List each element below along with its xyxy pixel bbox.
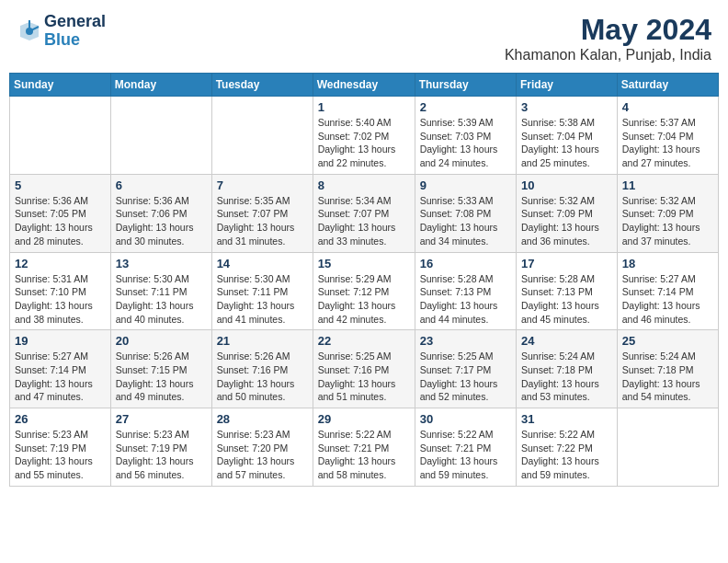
calendar-cell: 29Sunrise: 5:22 AM Sunset: 7:21 PM Dayli… bbox=[313, 408, 415, 487]
calendar-cell: 26Sunrise: 5:23 AM Sunset: 7:19 PM Dayli… bbox=[10, 408, 111, 487]
day-number: 3 bbox=[521, 100, 612, 114]
day-info: Sunrise: 5:24 AM Sunset: 7:18 PM Dayligh… bbox=[521, 350, 612, 404]
calendar-cell: 11Sunrise: 5:32 AM Sunset: 7:09 PM Dayli… bbox=[617, 174, 718, 252]
day-number: 8 bbox=[318, 178, 410, 192]
day-number: 21 bbox=[217, 334, 308, 348]
day-number: 12 bbox=[15, 257, 106, 270]
day-number: 15 bbox=[318, 257, 410, 270]
day-number: 29 bbox=[318, 412, 410, 426]
calendar-cell: 19Sunrise: 5:27 AM Sunset: 7:14 PM Dayli… bbox=[10, 330, 111, 408]
logo-line1: General bbox=[44, 13, 106, 31]
calendar-cell: 22Sunrise: 5:25 AM Sunset: 7:16 PM Dayli… bbox=[313, 330, 415, 408]
day-info: Sunrise: 5:23 AM Sunset: 7:19 PM Dayligh… bbox=[116, 428, 207, 482]
day-info: Sunrise: 5:25 AM Sunset: 7:16 PM Dayligh… bbox=[318, 350, 410, 404]
day-info: Sunrise: 5:27 AM Sunset: 7:14 PM Dayligh… bbox=[15, 350, 106, 404]
week-row-2: 12Sunrise: 5:31 AM Sunset: 7:10 PM Dayli… bbox=[10, 252, 719, 330]
header-day-monday: Monday bbox=[110, 74, 211, 97]
week-row-1: 5Sunrise: 5:36 AM Sunset: 7:05 PM Daylig… bbox=[10, 174, 719, 252]
title-section: May 2024 Khamanon Kalan, Punjab, India bbox=[505, 13, 711, 63]
day-info: Sunrise: 5:36 AM Sunset: 7:06 PM Dayligh… bbox=[116, 194, 207, 248]
calendar-cell: 2Sunrise: 5:39 AM Sunset: 7:03 PM Daylig… bbox=[415, 97, 516, 175]
calendar-cell: 4Sunrise: 5:37 AM Sunset: 7:04 PM Daylig… bbox=[617, 97, 718, 175]
day-number: 26 bbox=[15, 412, 106, 426]
day-info: Sunrise: 5:23 AM Sunset: 7:19 PM Dayligh… bbox=[15, 428, 106, 482]
day-number: 30 bbox=[420, 412, 511, 426]
day-info: Sunrise: 5:22 AM Sunset: 7:21 PM Dayligh… bbox=[318, 428, 410, 482]
calendar-cell bbox=[617, 408, 718, 487]
calendar-cell bbox=[10, 97, 111, 175]
calendar-cell: 30Sunrise: 5:22 AM Sunset: 7:21 PM Dayli… bbox=[415, 408, 516, 487]
day-info: Sunrise: 5:30 AM Sunset: 7:11 PM Dayligh… bbox=[116, 272, 207, 327]
day-info: Sunrise: 5:28 AM Sunset: 7:13 PM Dayligh… bbox=[521, 272, 612, 327]
day-number: 19 bbox=[15, 334, 106, 348]
day-info: Sunrise: 5:37 AM Sunset: 7:04 PM Dayligh… bbox=[622, 116, 713, 170]
day-number: 28 bbox=[217, 412, 308, 426]
calendar-cell: 16Sunrise: 5:28 AM Sunset: 7:13 PM Dayli… bbox=[415, 252, 516, 330]
day-number: 25 bbox=[622, 334, 713, 348]
header-row: SundayMondayTuesdayWednesdayThursdayFrid… bbox=[10, 74, 719, 97]
day-number: 24 bbox=[521, 334, 612, 348]
day-number: 18 bbox=[622, 257, 713, 270]
calendar-cell: 8Sunrise: 5:34 AM Sunset: 7:07 PM Daylig… bbox=[313, 174, 415, 252]
week-row-3: 19Sunrise: 5:27 AM Sunset: 7:14 PM Dayli… bbox=[10, 330, 719, 408]
calendar-cell: 15Sunrise: 5:29 AM Sunset: 7:12 PM Dayli… bbox=[313, 252, 415, 330]
calendar-cell: 6Sunrise: 5:36 AM Sunset: 7:06 PM Daylig… bbox=[110, 174, 211, 252]
calendar-body: 1Sunrise: 5:40 AM Sunset: 7:02 PM Daylig… bbox=[10, 97, 719, 487]
day-info: Sunrise: 5:29 AM Sunset: 7:12 PM Dayligh… bbox=[318, 272, 410, 327]
day-info: Sunrise: 5:28 AM Sunset: 7:13 PM Dayligh… bbox=[420, 272, 511, 327]
day-number: 10 bbox=[521, 178, 612, 192]
day-info: Sunrise: 5:26 AM Sunset: 7:15 PM Dayligh… bbox=[116, 350, 207, 404]
calendar-cell: 24Sunrise: 5:24 AM Sunset: 7:18 PM Dayli… bbox=[517, 330, 618, 408]
header-day-tuesday: Tuesday bbox=[211, 74, 313, 97]
day-number: 2 bbox=[420, 100, 511, 114]
calendar-cell: 31Sunrise: 5:22 AM Sunset: 7:22 PM Dayli… bbox=[517, 408, 618, 487]
calendar-cell: 14Sunrise: 5:30 AM Sunset: 7:11 PM Dayli… bbox=[211, 252, 313, 330]
day-number: 1 bbox=[318, 100, 410, 114]
day-info: Sunrise: 5:23 AM Sunset: 7:20 PM Dayligh… bbox=[217, 428, 308, 482]
day-number: 4 bbox=[622, 100, 713, 114]
calendar-cell: 12Sunrise: 5:31 AM Sunset: 7:10 PM Dayli… bbox=[10, 252, 111, 330]
day-number: 9 bbox=[420, 178, 511, 192]
day-number: 13 bbox=[116, 257, 207, 270]
calendar-cell: 9Sunrise: 5:33 AM Sunset: 7:08 PM Daylig… bbox=[415, 174, 516, 252]
day-info: Sunrise: 5:36 AM Sunset: 7:05 PM Dayligh… bbox=[15, 194, 106, 248]
header-day-wednesday: Wednesday bbox=[313, 74, 415, 97]
svg-point-1 bbox=[26, 28, 33, 35]
week-row-4: 26Sunrise: 5:23 AM Sunset: 7:19 PM Dayli… bbox=[10, 408, 719, 487]
day-number: 27 bbox=[116, 412, 207, 426]
day-number: 20 bbox=[116, 334, 207, 348]
day-info: Sunrise: 5:25 AM Sunset: 7:17 PM Dayligh… bbox=[420, 350, 511, 404]
calendar-cell: 18Sunrise: 5:27 AM Sunset: 7:14 PM Dayli… bbox=[617, 252, 718, 330]
day-info: Sunrise: 5:30 AM Sunset: 7:11 PM Dayligh… bbox=[217, 272, 308, 327]
calendar-cell: 27Sunrise: 5:23 AM Sunset: 7:19 PM Dayli… bbox=[110, 408, 211, 487]
calendar-cell: 5Sunrise: 5:36 AM Sunset: 7:05 PM Daylig… bbox=[10, 174, 111, 252]
calendar-cell: 1Sunrise: 5:40 AM Sunset: 7:02 PM Daylig… bbox=[313, 97, 415, 175]
day-number: 16 bbox=[420, 257, 511, 270]
day-info: Sunrise: 5:32 AM Sunset: 7:09 PM Dayligh… bbox=[622, 194, 713, 248]
day-info: Sunrise: 5:39 AM Sunset: 7:03 PM Dayligh… bbox=[420, 116, 511, 170]
calendar-cell: 3Sunrise: 5:38 AM Sunset: 7:04 PM Daylig… bbox=[517, 97, 618, 175]
page-header: General Blue May 2024 Khamanon Kalan, Pu… bbox=[9, 9, 719, 67]
day-info: Sunrise: 5:33 AM Sunset: 7:08 PM Dayligh… bbox=[420, 194, 511, 248]
logo: General Blue bbox=[17, 13, 106, 50]
logo-text: General Blue bbox=[44, 13, 106, 50]
day-number: 31 bbox=[521, 412, 612, 426]
logo-line2: Blue bbox=[44, 31, 106, 50]
calendar-cell: 13Sunrise: 5:30 AM Sunset: 7:11 PM Dayli… bbox=[110, 252, 211, 330]
day-number: 14 bbox=[217, 257, 308, 270]
day-info: Sunrise: 5:32 AM Sunset: 7:09 PM Dayligh… bbox=[521, 194, 612, 248]
calendar-cell: 25Sunrise: 5:24 AM Sunset: 7:18 PM Dayli… bbox=[617, 330, 718, 408]
day-info: Sunrise: 5:27 AM Sunset: 7:14 PM Dayligh… bbox=[622, 272, 713, 327]
week-row-0: 1Sunrise: 5:40 AM Sunset: 7:02 PM Daylig… bbox=[10, 97, 719, 175]
calendar-cell: 7Sunrise: 5:35 AM Sunset: 7:07 PM Daylig… bbox=[211, 174, 313, 252]
header-day-sunday: Sunday bbox=[10, 74, 111, 97]
calendar-cell bbox=[110, 97, 211, 175]
header-day-thursday: Thursday bbox=[415, 74, 516, 97]
day-number: 22 bbox=[318, 334, 410, 348]
calendar-cell: 23Sunrise: 5:25 AM Sunset: 7:17 PM Dayli… bbox=[415, 330, 516, 408]
main-title: May 2024 bbox=[505, 13, 711, 47]
day-info: Sunrise: 5:22 AM Sunset: 7:21 PM Dayligh… bbox=[420, 428, 511, 482]
day-info: Sunrise: 5:31 AM Sunset: 7:10 PM Dayligh… bbox=[15, 272, 106, 327]
day-info: Sunrise: 5:34 AM Sunset: 7:07 PM Dayligh… bbox=[318, 194, 410, 248]
day-number: 23 bbox=[420, 334, 511, 348]
